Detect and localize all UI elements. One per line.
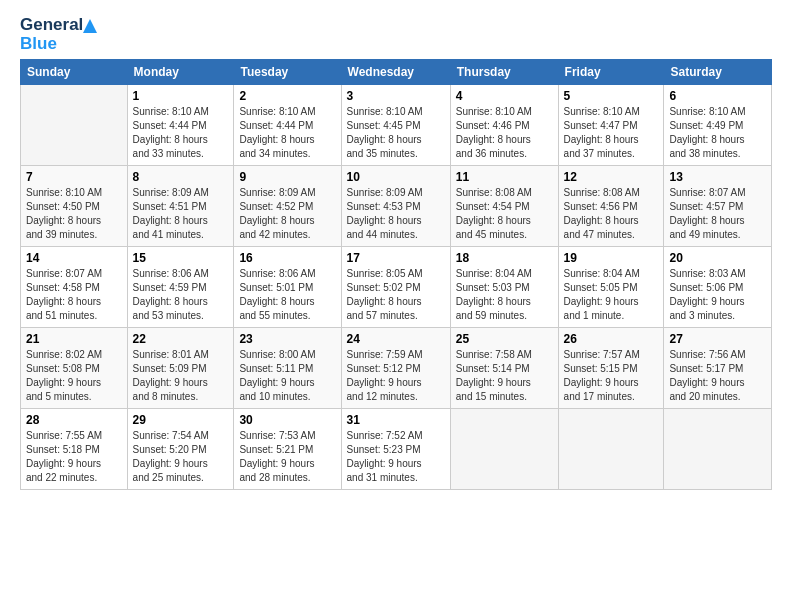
calendar-table: SundayMondayTuesdayWednesdayThursdayFrid… [20, 59, 772, 490]
week-row-4: 21Sunrise: 8:02 AMSunset: 5:08 PMDayligh… [21, 328, 772, 409]
calendar-cell: 22Sunrise: 8:01 AMSunset: 5:09 PMDayligh… [127, 328, 234, 409]
calendar-cell: 23Sunrise: 8:00 AMSunset: 5:11 PMDayligh… [234, 328, 341, 409]
day-info: Sunrise: 8:10 AMSunset: 4:44 PMDaylight:… [133, 105, 229, 161]
day-info: Sunrise: 7:59 AMSunset: 5:12 PMDaylight:… [347, 348, 445, 404]
column-header-friday: Friday [558, 60, 664, 85]
day-number: 17 [347, 251, 445, 265]
svg-marker-0 [83, 19, 97, 33]
calendar-cell: 5Sunrise: 8:10 AMSunset: 4:47 PMDaylight… [558, 85, 664, 166]
calendar-cell: 15Sunrise: 8:06 AMSunset: 4:59 PMDayligh… [127, 247, 234, 328]
day-info: Sunrise: 8:05 AMSunset: 5:02 PMDaylight:… [347, 267, 445, 323]
day-number: 28 [26, 413, 122, 427]
logo-blue-text: Blue [20, 35, 57, 54]
day-info: Sunrise: 8:09 AMSunset: 4:53 PMDaylight:… [347, 186, 445, 242]
column-header-monday: Monday [127, 60, 234, 85]
calendar-cell: 17Sunrise: 8:05 AMSunset: 5:02 PMDayligh… [341, 247, 450, 328]
header-row: SundayMondayTuesdayWednesdayThursdayFrid… [21, 60, 772, 85]
calendar-cell: 16Sunrise: 8:06 AMSunset: 5:01 PMDayligh… [234, 247, 341, 328]
calendar-cell: 3Sunrise: 8:10 AMSunset: 4:45 PMDaylight… [341, 85, 450, 166]
day-number: 5 [564, 89, 659, 103]
day-info: Sunrise: 8:07 AMSunset: 4:58 PMDaylight:… [26, 267, 122, 323]
week-row-5: 28Sunrise: 7:55 AMSunset: 5:18 PMDayligh… [21, 409, 772, 490]
day-info: Sunrise: 8:00 AMSunset: 5:11 PMDaylight:… [239, 348, 335, 404]
day-number: 10 [347, 170, 445, 184]
day-number: 19 [564, 251, 659, 265]
calendar-cell: 12Sunrise: 8:08 AMSunset: 4:56 PMDayligh… [558, 166, 664, 247]
day-number: 26 [564, 332, 659, 346]
calendar-cell: 10Sunrise: 8:09 AMSunset: 4:53 PMDayligh… [341, 166, 450, 247]
calendar-cell: 30Sunrise: 7:53 AMSunset: 5:21 PMDayligh… [234, 409, 341, 490]
day-number: 13 [669, 170, 766, 184]
calendar-cell: 24Sunrise: 7:59 AMSunset: 5:12 PMDayligh… [341, 328, 450, 409]
calendar-cell [450, 409, 558, 490]
calendar-cell: 26Sunrise: 7:57 AMSunset: 5:15 PMDayligh… [558, 328, 664, 409]
day-number: 21 [26, 332, 122, 346]
day-number: 3 [347, 89, 445, 103]
week-row-1: 1Sunrise: 8:10 AMSunset: 4:44 PMDaylight… [21, 85, 772, 166]
column-header-saturday: Saturday [664, 60, 772, 85]
day-info: Sunrise: 8:10 AMSunset: 4:46 PMDaylight:… [456, 105, 553, 161]
day-info: Sunrise: 8:06 AMSunset: 5:01 PMDaylight:… [239, 267, 335, 323]
day-info: Sunrise: 7:58 AMSunset: 5:14 PMDaylight:… [456, 348, 553, 404]
calendar-cell: 7Sunrise: 8:10 AMSunset: 4:50 PMDaylight… [21, 166, 128, 247]
calendar-cell [664, 409, 772, 490]
calendar-cell: 13Sunrise: 8:07 AMSunset: 4:57 PMDayligh… [664, 166, 772, 247]
day-info: Sunrise: 8:02 AMSunset: 5:08 PMDaylight:… [26, 348, 122, 404]
calendar-cell [558, 409, 664, 490]
day-number: 23 [239, 332, 335, 346]
calendar-cell: 20Sunrise: 8:03 AMSunset: 5:06 PMDayligh… [664, 247, 772, 328]
day-number: 7 [26, 170, 122, 184]
calendar-cell [21, 85, 128, 166]
day-number: 2 [239, 89, 335, 103]
page-container: General Blue SundayMondayTuesdayWednesda… [0, 0, 792, 500]
day-info: Sunrise: 8:06 AMSunset: 4:59 PMDaylight:… [133, 267, 229, 323]
day-number: 25 [456, 332, 553, 346]
calendar-cell: 4Sunrise: 8:10 AMSunset: 4:46 PMDaylight… [450, 85, 558, 166]
column-header-wednesday: Wednesday [341, 60, 450, 85]
calendar-cell: 6Sunrise: 8:10 AMSunset: 4:49 PMDaylight… [664, 85, 772, 166]
day-number: 16 [239, 251, 335, 265]
logo-text: General [20, 16, 97, 35]
day-info: Sunrise: 8:04 AMSunset: 5:05 PMDaylight:… [564, 267, 659, 323]
day-info: Sunrise: 7:55 AMSunset: 5:18 PMDaylight:… [26, 429, 122, 485]
day-info: Sunrise: 8:09 AMSunset: 4:51 PMDaylight:… [133, 186, 229, 242]
day-info: Sunrise: 8:03 AMSunset: 5:06 PMDaylight:… [669, 267, 766, 323]
calendar-cell: 27Sunrise: 7:56 AMSunset: 5:17 PMDayligh… [664, 328, 772, 409]
day-number: 18 [456, 251, 553, 265]
day-number: 24 [347, 332, 445, 346]
calendar-cell: 29Sunrise: 7:54 AMSunset: 5:20 PMDayligh… [127, 409, 234, 490]
day-info: Sunrise: 8:10 AMSunset: 4:45 PMDaylight:… [347, 105, 445, 161]
calendar-cell: 9Sunrise: 8:09 AMSunset: 4:52 PMDaylight… [234, 166, 341, 247]
day-number: 31 [347, 413, 445, 427]
day-info: Sunrise: 8:10 AMSunset: 4:49 PMDaylight:… [669, 105, 766, 161]
logo: General Blue [20, 16, 97, 53]
calendar-cell: 28Sunrise: 7:55 AMSunset: 5:18 PMDayligh… [21, 409, 128, 490]
day-info: Sunrise: 8:07 AMSunset: 4:57 PMDaylight:… [669, 186, 766, 242]
week-row-3: 14Sunrise: 8:07 AMSunset: 4:58 PMDayligh… [21, 247, 772, 328]
calendar-cell: 14Sunrise: 8:07 AMSunset: 4:58 PMDayligh… [21, 247, 128, 328]
calendar-cell: 25Sunrise: 7:58 AMSunset: 5:14 PMDayligh… [450, 328, 558, 409]
day-number: 1 [133, 89, 229, 103]
day-number: 14 [26, 251, 122, 265]
day-info: Sunrise: 7:57 AMSunset: 5:15 PMDaylight:… [564, 348, 659, 404]
calendar-cell: 2Sunrise: 8:10 AMSunset: 4:44 PMDaylight… [234, 85, 341, 166]
day-info: Sunrise: 8:04 AMSunset: 5:03 PMDaylight:… [456, 267, 553, 323]
day-number: 4 [456, 89, 553, 103]
day-info: Sunrise: 8:10 AMSunset: 4:44 PMDaylight:… [239, 105, 335, 161]
day-number: 11 [456, 170, 553, 184]
day-info: Sunrise: 8:08 AMSunset: 4:54 PMDaylight:… [456, 186, 553, 242]
day-number: 12 [564, 170, 659, 184]
week-row-2: 7Sunrise: 8:10 AMSunset: 4:50 PMDaylight… [21, 166, 772, 247]
day-number: 30 [239, 413, 335, 427]
calendar-cell: 11Sunrise: 8:08 AMSunset: 4:54 PMDayligh… [450, 166, 558, 247]
day-number: 22 [133, 332, 229, 346]
day-number: 29 [133, 413, 229, 427]
day-number: 15 [133, 251, 229, 265]
day-info: Sunrise: 7:56 AMSunset: 5:17 PMDaylight:… [669, 348, 766, 404]
day-number: 20 [669, 251, 766, 265]
calendar-cell: 31Sunrise: 7:52 AMSunset: 5:23 PMDayligh… [341, 409, 450, 490]
day-number: 27 [669, 332, 766, 346]
column-header-tuesday: Tuesday [234, 60, 341, 85]
calendar-cell: 19Sunrise: 8:04 AMSunset: 5:05 PMDayligh… [558, 247, 664, 328]
column-header-thursday: Thursday [450, 60, 558, 85]
